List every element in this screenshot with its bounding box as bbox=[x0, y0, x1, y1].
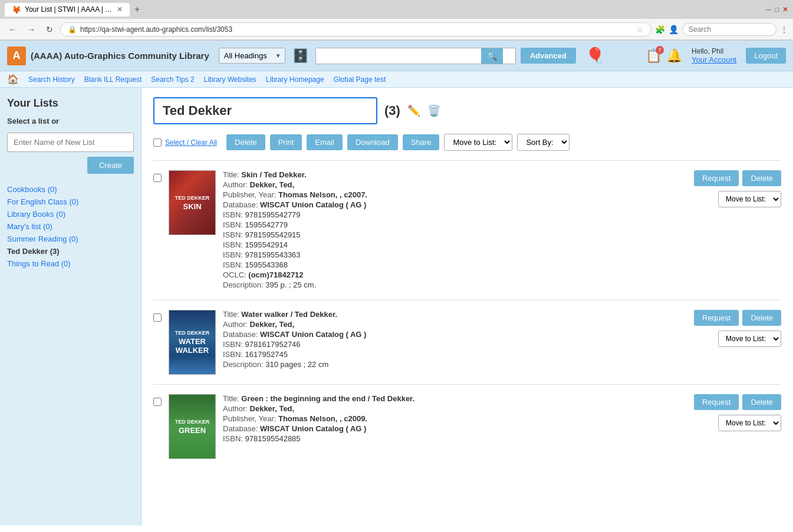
url-text: https://qa-stwi-agent.auto-graphics.com/… bbox=[80, 25, 633, 34]
browser-toolbar: ← → ↻ 🔒 https://qa-stwi-agent.auto-graph… bbox=[0, 19, 793, 40]
search-box[interactable]: 🔍 bbox=[315, 48, 516, 64]
new-tab-icon[interactable]: + bbox=[134, 4, 140, 15]
browser-search-input[interactable] bbox=[682, 23, 776, 36]
select-all-checkbox[interactable] bbox=[153, 138, 162, 147]
book-checkbox-2[interactable] bbox=[153, 313, 162, 322]
reload-button[interactable]: ↻ bbox=[42, 24, 57, 35]
book-isbn2-2: ISBN: 1617952745 bbox=[223, 350, 687, 359]
email-button[interactable]: Email bbox=[307, 134, 343, 150]
close-window-icon[interactable]: ✕ bbox=[782, 5, 788, 14]
move-to-item-select-3[interactable]: Move to List: bbox=[718, 415, 781, 431]
nav-search-tips[interactable]: Search Tips 2 bbox=[151, 75, 194, 84]
list-item-things[interactable]: Things to Read (0) bbox=[7, 257, 134, 270]
delete-item-button-1[interactable]: Delete bbox=[742, 170, 781, 186]
nav-library-homepage[interactable]: Library Homepage bbox=[266, 75, 324, 84]
home-icon[interactable]: 🏠 bbox=[7, 74, 19, 85]
move-to-item-select-1[interactable]: Move to List: bbox=[718, 191, 781, 207]
menu-icon[interactable]: ⋮ bbox=[780, 25, 788, 34]
delete-list-icon[interactable]: 🗑️ bbox=[427, 104, 440, 117]
book-database-field-2: Database: WISCAT Union Catalog ( AG ) bbox=[223, 330, 687, 339]
logout-button[interactable]: Logout bbox=[746, 48, 786, 64]
nav-blank-ill[interactable]: Blank ILL Request bbox=[84, 75, 142, 84]
request-button-2[interactable]: Request bbox=[694, 310, 739, 326]
list-notification-icon[interactable]: 📋 7 bbox=[646, 48, 662, 64]
book-isbn6-1: ISBN: 1595543368 bbox=[223, 260, 687, 269]
bell-icon[interactable]: 🔔 bbox=[666, 48, 682, 64]
request-button-1[interactable]: Request bbox=[694, 170, 739, 186]
move-to-select[interactable]: Move to List: bbox=[444, 134, 512, 151]
list-item-english[interactable]: For English Class (0) bbox=[7, 196, 134, 208]
move-to-item-select-2[interactable]: Move to List: bbox=[718, 331, 781, 347]
main-content: Your Lists Select a list or Create Cookb… bbox=[0, 88, 793, 526]
tab-close-icon[interactable]: ✕ bbox=[117, 5, 123, 14]
book-description-2: Description: 310 pages ; 22 cm bbox=[223, 360, 687, 369]
edit-icon[interactable]: ✏️ bbox=[407, 104, 420, 117]
maximize-icon[interactable]: □ bbox=[775, 5, 779, 14]
sort-by-select[interactable]: Sort By: bbox=[517, 134, 570, 151]
select-all-area: Select / Clear All bbox=[153, 138, 217, 147]
back-button[interactable]: ← bbox=[5, 24, 20, 35]
notification-area: 📋 7 🔔 bbox=[646, 48, 682, 64]
heading-select[interactable]: All Headings bbox=[219, 48, 272, 63]
delete-button[interactable]: Delete bbox=[226, 134, 265, 150]
book-oclc-1: OCLC: (ocm)71842712 bbox=[223, 270, 687, 279]
book-author-field-3: Author: Dekker, Ted, bbox=[223, 404, 687, 413]
list-item-marys[interactable]: Mary's list (0) bbox=[7, 220, 134, 233]
book-database-field-1: Database: WISCAT Union Catalog ( AG ) bbox=[223, 200, 687, 209]
search-dropdown[interactable]: All Headings ▼ bbox=[219, 48, 285, 64]
book-checkbox-1[interactable] bbox=[153, 174, 162, 182]
download-button[interactable]: Download bbox=[347, 134, 398, 150]
book-isbn5-1: ISBN: 9781595543363 bbox=[223, 250, 687, 259]
database-icon[interactable]: 🗄️ bbox=[292, 48, 308, 64]
list-item-teddekker[interactable]: Ted Dekker (3) bbox=[7, 245, 134, 257]
extensions-icon[interactable]: 🧩 bbox=[655, 25, 665, 34]
book-action-row-1: Request Delete bbox=[694, 170, 781, 186]
list-item-cookbooks[interactable]: Cookbooks (0) bbox=[7, 183, 134, 196]
delete-item-button-3[interactable]: Delete bbox=[742, 394, 781, 410]
book-cover-skin: TED DEKKER SKIN bbox=[169, 170, 215, 235]
search-input[interactable] bbox=[316, 48, 481, 63]
list-item-summer[interactable]: Summer Reading (0) bbox=[7, 233, 134, 245]
nav-search-history[interactable]: Search History bbox=[28, 75, 75, 84]
nav-library-websites[interactable]: Library Websites bbox=[204, 75, 256, 84]
search-button[interactable]: 🔍 bbox=[481, 48, 503, 64]
app-header: A (AAAA) Auto-Graphics Community Library… bbox=[0, 41, 793, 71]
share-button[interactable]: Share bbox=[403, 134, 440, 150]
book-checkbox-3[interactable] bbox=[153, 398, 162, 406]
cover-title-3: GREEN bbox=[179, 426, 206, 435]
list-item-library[interactable]: Library Books (0) bbox=[7, 208, 134, 220]
browser-chrome: 🦊 Your List | STWI | AAAA | Auto-... ✕ +… bbox=[0, 0, 793, 41]
book-publisher-field-3: Publisher, Year: Thomas Nelson, , c2009. bbox=[223, 414, 687, 423]
nav-global-page[interactable]: Global Page test bbox=[334, 75, 386, 84]
cover-author-2: TED DEKKER bbox=[175, 330, 210, 336]
cover-title-2: WATER WALKER bbox=[172, 337, 213, 355]
browser-titlebar: 🦊 Your List | STWI | AAAA | Auto-... ✕ +… bbox=[0, 0, 793, 19]
select-all-label[interactable]: Select / Clear All bbox=[165, 138, 217, 147]
new-list-input[interactable] bbox=[7, 133, 134, 152]
book-actions-1: Request Delete Move to List: bbox=[694, 170, 781, 207]
book-isbn1-1: ISBN: 9781595542779 bbox=[223, 210, 687, 219]
browser-icons: 🧩 👤 ⋮ bbox=[655, 23, 788, 36]
list-title-input[interactable] bbox=[153, 97, 377, 124]
book-cover-green: TED DEKKER GREEN bbox=[169, 394, 215, 459]
profile-icon[interactable]: 👤 bbox=[669, 25, 679, 34]
browser-tab[interactable]: 🦊 Your List | STWI | AAAA | Auto-... ✕ bbox=[5, 3, 130, 16]
request-button-3[interactable]: Request bbox=[694, 394, 739, 410]
book-description-1: Description: 395 p. ; 25 cm. bbox=[223, 280, 687, 289]
account-link[interactable]: Your Account bbox=[692, 55, 736, 64]
book-entry-1: TED DEKKER SKIN Title: Skin / Ted Dekker… bbox=[153, 160, 781, 300]
minimize-icon[interactable]: ─ bbox=[766, 5, 771, 14]
forward-button[interactable]: → bbox=[24, 24, 39, 35]
advanced-button[interactable]: Advanced bbox=[521, 48, 576, 64]
book-entry-2: TED DEKKER WATER WALKER Title: Water wal… bbox=[153, 300, 781, 384]
delete-item-button-2[interactable]: Delete bbox=[742, 310, 781, 326]
dropdown-arrow-icon: ▼ bbox=[272, 49, 285, 62]
create-button[interactable]: Create bbox=[87, 157, 134, 174]
url-bar[interactable]: 🔒 https://qa-stwi-agent.auto-graphics.co… bbox=[60, 22, 651, 37]
print-button[interactable]: Print bbox=[270, 134, 302, 150]
book-isbn2-1: ISBN: 1595542779 bbox=[223, 220, 687, 229]
notification-badge: 7 bbox=[656, 46, 664, 54]
app-title: (AAAA) Auto-Graphics Community Library bbox=[31, 51, 209, 61]
book-title-field-3: Title: Green : the beginning and the end… bbox=[223, 394, 687, 403]
bookmark-icon[interactable]: ☆ bbox=[636, 25, 644, 34]
